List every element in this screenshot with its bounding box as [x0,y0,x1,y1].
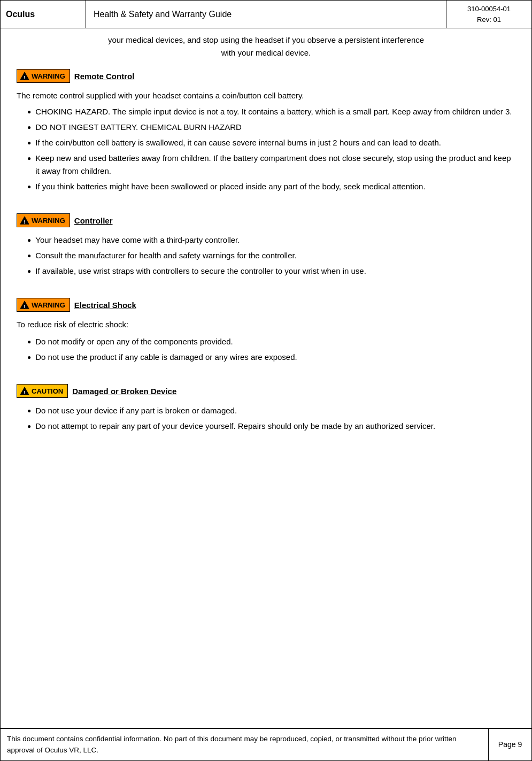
damaged-bullets: Do not use your device if any part is br… [17,404,515,433]
section-body-remote: The remote control supplied with your he… [17,89,515,193]
section-header-electrical: ! WARNING Electrical Shock [17,298,515,312]
warning-triangle-icon: ! [20,71,29,81]
svg-text:!: ! [24,389,25,395]
list-item: Your headset may have come with a third-… [27,234,515,247]
remote-bullets: CHOKING HAZARD. The simple input device … [17,105,515,193]
warning-triangle-icon-3: ! [20,300,29,310]
list-item: If the coin/button cell battery is swall… [27,136,515,149]
footer-text: This document contains confidential info… [1,729,489,760]
section-header-damaged: ! CAUTION Damaged or Broken Device [17,384,515,398]
footer: This document contains confidential info… [0,728,532,761]
doc-number: 310-00054-01 Rev: 01 [446,1,531,28]
warning-triangle-icon-2: ! [20,216,29,225]
controller-bullets: Your headset may have come with a third-… [17,234,515,278]
caution-badge-damaged: ! CAUTION [17,384,68,398]
section-header-controller: ! WARNING Controller [17,213,515,227]
section-title-damaged: Damaged or Broken Device [72,387,176,396]
list-item: Keep new and used batteries away from ch… [27,152,515,178]
warning-badge-controller: ! WARNING [17,213,70,227]
list-item: If available, use wrist straps with cont… [27,265,515,278]
svg-text:!: ! [24,74,25,80]
section-title-controller: Controller [74,216,113,225]
warning-label-remote: WARNING [32,72,65,80]
section-body-controller: Your headset may have come with a third-… [17,234,515,278]
list-item: If you think batteries might have been s… [27,180,515,193]
header-title-text: Health & Safety and Warranty Guide [94,10,232,19]
warning-label-electrical: WARNING [32,301,65,309]
warning-badge-remote: ! WARNING [17,69,70,83]
doc-num-text: 310-00054-01 [467,4,511,14]
svg-text:!: ! [24,303,25,309]
header: Oculus Health & Safety and Warranty Guid… [0,0,532,28]
intro-paragraph: your medical devices, and stop using the… [17,34,515,59]
section-header-remote-control: ! WARNING Remote Control [17,69,515,83]
caution-triangle-icon: ! [20,386,29,396]
main-content: your medical devices, and stop using the… [0,28,532,728]
electrical-bullets: Do not modify or open any of the compone… [17,335,515,364]
list-item: CHOKING HAZARD. The simple input device … [27,105,515,118]
svg-text:!: ! [24,219,25,225]
header-title: Health & Safety and Warranty Guide [86,1,446,28]
caution-label-damaged: CAUTION [32,387,63,395]
intro-line2: with your medical device. [221,48,311,57]
remote-intro: The remote control supplied with your he… [17,89,515,102]
list-item: Consult the manufacturer for health and … [27,249,515,262]
list-item: Do not modify or open any of the compone… [27,335,515,348]
brand-name: Oculus [1,1,86,28]
rev-text: Rev: 01 [477,14,501,25]
page-number-text: Page 9 [498,740,522,749]
footer-page-number: Page 9 [489,729,531,760]
page-wrapper: Oculus Health & Safety and Warranty Guid… [0,0,532,761]
section-body-electrical: To reduce risk of electric shock: Do not… [17,318,515,364]
section-title-remote: Remote Control [74,72,135,81]
warning-badge-electrical: ! WARNING [17,298,70,312]
section-body-damaged: Do not use your device if any part is br… [17,404,515,433]
section-title-electrical: Electrical Shock [74,301,136,310]
electrical-intro: To reduce risk of electric shock: [17,318,515,331]
list-item: Do not use the product if any cable is d… [27,351,515,364]
warning-label-controller: WARNING [32,217,65,225]
footer-content: This document contains confidential info… [7,735,456,755]
list-item: Do not attempt to repair any part of you… [27,420,515,433]
intro-line1: your medical devices, and stop using the… [108,35,424,44]
list-item: DO NOT INGEST BATTERY. CHEMICAL BURN HAZ… [27,121,515,134]
list-item: Do not use your device if any part is br… [27,404,515,417]
brand-label: Oculus [6,10,35,19]
